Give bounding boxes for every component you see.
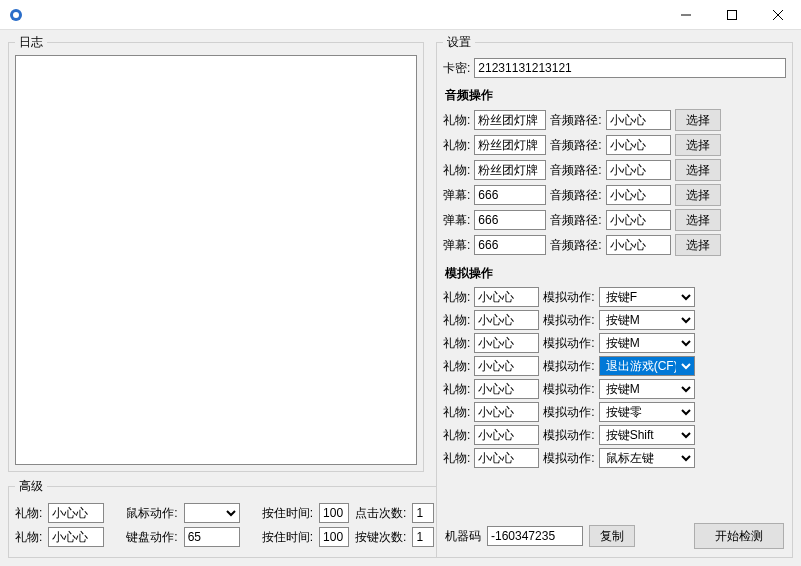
sim-row-select[interactable]: 按键Shift bbox=[599, 425, 695, 445]
audio-row-input2[interactable] bbox=[606, 110, 671, 130]
adv-hold2-input[interactable] bbox=[319, 527, 349, 547]
minimize-button[interactable] bbox=[663, 0, 709, 30]
audio-row: 弹幕:音频路径:选择 bbox=[443, 209, 786, 231]
sim-header: 模拟操作 bbox=[445, 265, 786, 282]
sim-row: 礼物:模拟动作:按键M bbox=[443, 333, 786, 353]
sim-row-label2: 模拟动作: bbox=[543, 404, 594, 421]
sim-row-select[interactable]: 退出游戏(CF) bbox=[599, 356, 695, 376]
adv-click-input[interactable] bbox=[412, 503, 434, 523]
sim-row-select[interactable]: 按键M bbox=[599, 310, 695, 330]
sim-row-label1: 礼物: bbox=[443, 381, 470, 398]
sim-row-label2: 模拟动作: bbox=[543, 335, 594, 352]
sim-row: 礼物:模拟动作:按键零 bbox=[443, 402, 786, 422]
adv-mouse-select[interactable] bbox=[184, 503, 240, 523]
audio-row-label2: 音频路径: bbox=[550, 212, 601, 229]
advanced-legend: 高级 bbox=[15, 478, 47, 495]
sim-row-select[interactable]: 按键M bbox=[599, 333, 695, 353]
sim-row: 礼物:模拟动作:鼠标左键 bbox=[443, 448, 786, 468]
sim-row-label1: 礼物: bbox=[443, 312, 470, 329]
machine-code-input[interactable] bbox=[487, 526, 583, 546]
start-detect-button[interactable]: 开始检测 bbox=[694, 523, 784, 549]
adv-keycount-label: 按键次数: bbox=[355, 529, 406, 546]
audio-row-input2[interactable] bbox=[606, 160, 671, 180]
sim-row-input[interactable] bbox=[474, 333, 539, 353]
audio-select-button[interactable]: 选择 bbox=[675, 159, 721, 181]
audio-row: 礼物:音频路径:选择 bbox=[443, 134, 786, 156]
maximize-button[interactable] bbox=[709, 0, 755, 30]
sim-row-label1: 礼物: bbox=[443, 358, 470, 375]
sim-row: 礼物:模拟动作:按键M bbox=[443, 310, 786, 330]
audio-row-label1: 礼物: bbox=[443, 162, 470, 179]
audio-row: 礼物:音频路径:选择 bbox=[443, 109, 786, 131]
audio-row: 弹幕:音频路径:选择 bbox=[443, 234, 786, 256]
audio-select-button[interactable]: 选择 bbox=[675, 209, 721, 231]
adv-mouse-label: 鼠标动作: bbox=[126, 505, 177, 522]
sim-row-input[interactable] bbox=[474, 402, 539, 422]
sim-row-label2: 模拟动作: bbox=[543, 289, 594, 306]
audio-row-label2: 音频路径: bbox=[550, 137, 601, 154]
sim-row-input[interactable] bbox=[474, 356, 539, 376]
sim-row-label1: 礼物: bbox=[443, 427, 470, 444]
adv-hold-input[interactable] bbox=[319, 503, 349, 523]
audio-row: 弹幕:音频路径:选择 bbox=[443, 184, 786, 206]
titlebar bbox=[0, 0, 801, 30]
audio-select-button[interactable]: 选择 bbox=[675, 109, 721, 131]
audio-row: 礼物:音频路径:选择 bbox=[443, 159, 786, 181]
audio-row-input1[interactable] bbox=[474, 135, 546, 155]
copy-button[interactable]: 复制 bbox=[589, 525, 635, 547]
log-textarea[interactable] bbox=[15, 55, 417, 465]
audio-row-input1[interactable] bbox=[474, 210, 546, 230]
audio-row-input1[interactable] bbox=[474, 110, 546, 130]
card-label: 卡密: bbox=[443, 60, 470, 77]
sim-row-label1: 礼物: bbox=[443, 289, 470, 306]
app-icon bbox=[8, 7, 24, 23]
sim-row-select[interactable]: 鼠标左键 bbox=[599, 448, 695, 468]
audio-row-input1[interactable] bbox=[474, 185, 546, 205]
sim-row-input[interactable] bbox=[474, 379, 539, 399]
audio-row-label1: 礼物: bbox=[443, 137, 470, 154]
audio-row-input1[interactable] bbox=[474, 160, 546, 180]
audio-row-input2[interactable] bbox=[606, 210, 671, 230]
svg-rect-3 bbox=[728, 10, 737, 19]
sim-row-input[interactable] bbox=[474, 448, 539, 468]
settings-group: 设置 卡密: 音频操作 礼物:音频路径:选择礼物:音频路径:选择礼物:音频路径:… bbox=[436, 34, 793, 558]
adv-gift-input[interactable] bbox=[48, 503, 104, 523]
adv-hold2-label: 按住时间: bbox=[262, 529, 313, 546]
sim-row-select[interactable]: 按键F bbox=[599, 287, 695, 307]
audio-select-button[interactable]: 选择 bbox=[675, 134, 721, 156]
sim-row-label2: 模拟动作: bbox=[543, 312, 594, 329]
machine-code-label: 机器码 bbox=[445, 528, 481, 545]
audio-select-button[interactable]: 选择 bbox=[675, 234, 721, 256]
adv-keyboard-input[interactable] bbox=[184, 527, 240, 547]
sim-row-label1: 礼物: bbox=[443, 404, 470, 421]
adv-gift2-input[interactable] bbox=[48, 527, 104, 547]
sim-row-label2: 模拟动作: bbox=[543, 381, 594, 398]
sim-row: 礼物:模拟动作:按键F bbox=[443, 287, 786, 307]
close-button[interactable] bbox=[755, 0, 801, 30]
audio-row-label2: 音频路径: bbox=[550, 112, 601, 129]
sim-row-label1: 礼物: bbox=[443, 335, 470, 352]
sim-row-input[interactable] bbox=[474, 425, 539, 445]
audio-select-button[interactable]: 选择 bbox=[675, 184, 721, 206]
audio-row-label1: 礼物: bbox=[443, 112, 470, 129]
sim-row-label1: 礼物: bbox=[443, 450, 470, 467]
audio-row-input2[interactable] bbox=[606, 185, 671, 205]
audio-row-label1: 弹幕: bbox=[443, 237, 470, 254]
audio-row-label2: 音频路径: bbox=[550, 237, 601, 254]
sim-row-input[interactable] bbox=[474, 287, 539, 307]
adv-hold-label: 按住时间: bbox=[262, 505, 313, 522]
sim-row: 礼物:模拟动作:退出游戏(CF) bbox=[443, 356, 786, 376]
audio-row-input2[interactable] bbox=[606, 135, 671, 155]
sim-row-select[interactable]: 按键零 bbox=[599, 402, 695, 422]
sim-row: 礼物:模拟动作:按键Shift bbox=[443, 425, 786, 445]
settings-legend: 设置 bbox=[443, 34, 475, 51]
audio-row-label2: 音频路径: bbox=[550, 187, 601, 204]
sim-row-label2: 模拟动作: bbox=[543, 358, 594, 375]
card-input[interactable] bbox=[474, 58, 786, 78]
audio-row-input1[interactable] bbox=[474, 235, 546, 255]
adv-keycount-input[interactable] bbox=[412, 527, 434, 547]
sim-row-select[interactable]: 按键M bbox=[599, 379, 695, 399]
sim-row-input[interactable] bbox=[474, 310, 539, 330]
adv-keyboard-label: 键盘动作: bbox=[126, 529, 177, 546]
audio-row-input2[interactable] bbox=[606, 235, 671, 255]
